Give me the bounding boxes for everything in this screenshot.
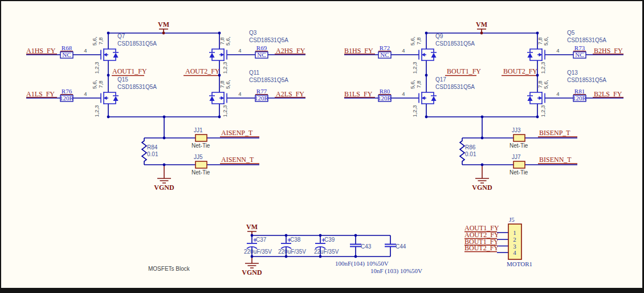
net-label[interactable]: AOUT1_FY: [112, 67, 147, 75]
net-label[interactable]: A1LS_FY: [26, 90, 55, 98]
schematic-canvas: VM A1HS_FY R68 NC 4 Q7 CSD18531Q5A 5,6, …: [0, 0, 644, 293]
mosfet-ref[interactable]: Q11: [249, 70, 260, 76]
mosfet-symbol[interactable]: [527, 48, 545, 61]
resistor-ref[interactable]: R77: [256, 88, 267, 95]
vm-power-label[interactable]: VM: [246, 223, 258, 231]
mosfet-part[interactable]: CSD18531Q5A: [435, 84, 475, 90]
resistor-value[interactable]: 120R: [573, 95, 587, 101]
resistor-ref[interactable]: R76: [62, 88, 72, 95]
ceramic-cap-symbol[interactable]: [385, 235, 396, 257]
mosfet-ref[interactable]: Q7: [117, 33, 125, 39]
mosfet-ref[interactable]: Q15: [117, 76, 128, 83]
vgnd-power-label[interactable]: VGND: [154, 184, 174, 192]
net-tie-ref[interactable]: JJ1: [194, 127, 203, 133]
mosfet-part[interactable]: CSD18531Q5A: [117, 40, 157, 47]
mosfet-symbol[interactable]: [527, 92, 545, 104]
sheet-note: MOSFETs Block: [148, 266, 190, 272]
vm-power-label[interactable]: VM: [476, 21, 487, 29]
vgnd-power-label[interactable]: VGND: [472, 184, 492, 192]
net-label[interactable]: A2LS_FY: [276, 90, 304, 98]
net-tie-type: Net-Tie: [191, 169, 210, 176]
net-label[interactable]: BISENP_T: [539, 129, 570, 137]
mosfet-part[interactable]: CSD18531Q5A: [567, 77, 606, 83]
drain-pin-numbers: 5,6,: [543, 36, 549, 46]
connector-ref[interactable]: J5: [509, 216, 515, 223]
cap-ref[interactable]: C37: [256, 237, 267, 243]
net-label[interactable]: AISENP_T: [221, 129, 253, 137]
capacitor-bank[interactable]: VM C37 220uF/35V C38 220uF/35V C39 22uF/…: [242, 223, 422, 276]
net-label[interactable]: A1HS_FY: [26, 47, 56, 55]
mosfet-ref[interactable]: Q13: [567, 70, 578, 76]
resistor-value[interactable]: 120R: [60, 95, 74, 101]
mosfet-ref[interactable]: Q5: [567, 30, 575, 36]
mosfet-ref[interactable]: Q3: [249, 30, 257, 36]
cap-ref[interactable]: C43: [361, 243, 372, 250]
net-label[interactable]: AOUT2_FY: [185, 67, 220, 75]
sense-resistor-value[interactable]: 0.01: [147, 151, 158, 157]
cap-value: 220uF/35V: [278, 249, 306, 255]
net-tie-body[interactable]: [513, 135, 525, 141]
drain-pin-numbers: 5,6,: [225, 36, 231, 46]
mosfet-ref[interactable]: Q17: [435, 76, 446, 83]
resistor-value[interactable]: NC: [62, 51, 71, 58]
vgnd-ground-symbol[interactable]: [245, 257, 259, 268]
net-tie-ref[interactable]: JJ5: [194, 154, 203, 160]
resistor-value[interactable]: NC: [575, 51, 584, 58]
sense-resistor-ref[interactable]: R86: [465, 144, 476, 150]
net-label[interactable]: B2LS_FY: [594, 90, 622, 98]
cap-ref[interactable]: C39: [324, 237, 335, 243]
resistor-value[interactable]: 120R: [255, 95, 269, 101]
net-label[interactable]: B1LS_FY: [344, 90, 373, 98]
mosfet-part[interactable]: CSD18531Q5A: [249, 37, 288, 43]
net-tie-body[interactable]: [195, 135, 207, 141]
net-tie-body[interactable]: [195, 161, 207, 168]
mosfet-symbol[interactable]: [419, 48, 437, 61]
motor-connector[interactable]: J5 AOUT1_FY AOUT2_FY BOUT1_FY BOUT2_FY 1…: [464, 216, 532, 267]
net-label[interactable]: B1HS_FY: [344, 47, 373, 55]
resistor-ref[interactable]: R72: [380, 44, 390, 51]
mosfet-symbol[interactable]: [209, 48, 227, 61]
mosfet-ref[interactable]: Q9: [435, 33, 443, 39]
gate-pin-number: 4: [556, 47, 559, 54]
mosfet-part[interactable]: CSD18531Q5A: [117, 84, 157, 90]
gate-pin-number: 4: [238, 91, 241, 97]
resistor-value[interactable]: 120R: [378, 95, 392, 101]
resistor-value[interactable]: NC: [257, 51, 266, 58]
sense-resistor-value[interactable]: 0.01: [465, 151, 476, 157]
resistor-ref[interactable]: R81: [574, 88, 585, 95]
resistor-ref[interactable]: R69: [256, 44, 267, 51]
vgnd-power-label[interactable]: VGND: [242, 268, 262, 276]
net-label[interactable]: BOUT1_FY: [447, 67, 481, 75]
net-tie-ref[interactable]: JJ3: [512, 127, 521, 133]
cap-ref[interactable]: C44: [396, 243, 406, 250]
bridge-a[interactable]: VM A1HS_FY R68 NC 4 Q7 CSD18531Q5A 5,6, …: [26, 21, 305, 192]
net-label[interactable]: BOUT2_FY: [503, 67, 537, 75]
cap-ref[interactable]: C38: [290, 237, 301, 243]
resistor-ref[interactable]: R73: [574, 44, 585, 51]
sense-resistor-ref[interactable]: R84: [147, 144, 158, 150]
resistor-ref[interactable]: R80: [380, 88, 390, 95]
gate-pin-number: 4: [84, 47, 87, 54]
ceramic-cap-symbol[interactable]: [350, 235, 361, 257]
mosfet-part[interactable]: CSD18531Q5A: [435, 40, 475, 47]
net-label[interactable]: AISENN_T: [221, 156, 254, 164]
net-label[interactable]: BISENN_T: [539, 156, 572, 164]
bridge-b[interactable]: VM B1HS_FY R72 NC 4 Q9 CSD18531Q5A 5,6, …: [344, 21, 623, 192]
vm-power-label[interactable]: VM: [158, 21, 169, 29]
mosfet-part[interactable]: CSD18531Q5A: [249, 77, 288, 83]
mosfet-symbol[interactable]: [101, 92, 119, 104]
net-label[interactable]: B2HS_FY: [594, 47, 623, 55]
net-tie-ref[interactable]: JJ7: [512, 154, 521, 160]
mosfet-symbol[interactable]: [419, 92, 437, 104]
net-label[interactable]: BOUT2_FY: [464, 244, 499, 252]
vgnd-ground-symbol[interactable]: [475, 165, 489, 183]
mosfet-symbol[interactable]: [101, 48, 119, 61]
resistor-value[interactable]: NC: [380, 51, 389, 58]
mosfet-symbol[interactable]: [209, 92, 227, 104]
net-tie-body[interactable]: [513, 161, 525, 168]
mosfet-part[interactable]: CSD18531Q5A: [567, 37, 606, 43]
drain-pin-numbers: 5,6,: [91, 36, 97, 46]
resistor-ref[interactable]: R68: [62, 44, 72, 51]
vgnd-ground-symbol[interactable]: [157, 165, 171, 183]
net-label[interactable]: A2HS_FY: [276, 47, 305, 55]
